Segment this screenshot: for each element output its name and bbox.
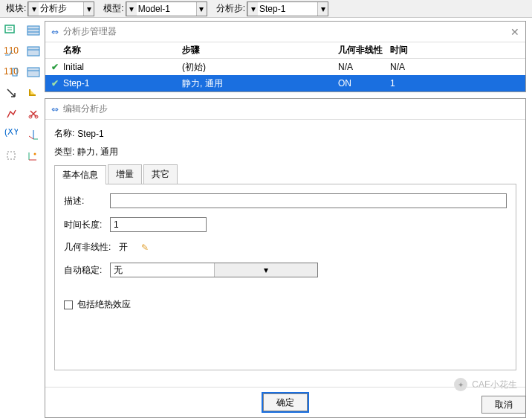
chevron-down-icon: ▾ (196, 2, 207, 16)
table-header: 名称 步骤 几何非线性 时间 (45, 42, 525, 59)
tab-pane-basic: 描述: 时间长度: 几何非线性: 开 ✎ 自动稳定: (54, 184, 516, 370)
col-time: 时间 (390, 44, 435, 57)
top-toolbar: 模块: ▾ ▾ 模型: ▾ ▾ 分析步: ▾ ▾ (0, 0, 532, 18)
adiabatic-checkbox[interactable]: 包括绝热效应 (64, 298, 507, 311)
module-combo[interactable]: ▾ ▾ (27, 1, 94, 16)
checkmark-icon: ✔ (51, 78, 63, 89)
step-manager-dialog: ⇔ 分析步管理器 ✕ 名称 步骤 几何非线性 时间 ✔ Initial (初始)… (45, 21, 526, 92)
tool-wire-icon[interactable] (2, 106, 20, 122)
autostab-value: 无 (111, 263, 214, 277)
tool-field-manager-icon[interactable] (25, 43, 42, 60)
cell-time: 1 (390, 78, 435, 89)
chevron-down-icon: ▾ (214, 263, 318, 277)
svg-rect-0 (5, 25, 14, 33)
tool-datum-axis-icon[interactable] (25, 126, 42, 143)
adiabatic-label: 包括绝热效应 (77, 298, 131, 311)
autostab-label: 自动稳定: (64, 264, 110, 277)
step-dropdown-label: 分析步: (216, 2, 245, 15)
main-area: ⇔ 分析步管理器 ✕ 名称 步骤 几何非线性 时间 ✔ Initial (初始)… (45, 18, 532, 418)
cell-name: Initial (63, 62, 182, 72)
description-input[interactable] (110, 193, 507, 208)
table-row[interactable]: ✔ Initial (初始) N/A N/A (45, 59, 525, 75)
step-dropdown-value[interactable] (258, 2, 317, 16)
col-nonlinear: 几何非线性 (338, 44, 390, 57)
step-manager-titlebar: ⇔ 分析步管理器 ✕ (45, 22, 525, 42)
svg-text:11010: 11010 (4, 46, 19, 56)
tool-column-left: 11010 11010 (XYZ) (0, 18, 22, 418)
chevron-down-icon: ▾ (317, 2, 328, 16)
step-manager-title: 分析步管理器 (63, 25, 117, 38)
step-table: 名称 步骤 几何非线性 时间 ✔ Initial (初始) N/A N/A ✔ … (45, 42, 525, 91)
close-icon[interactable]: ✕ (510, 26, 519, 38)
tool-datum-point-icon[interactable] (25, 147, 42, 164)
type-value: 静力, 通用 (77, 146, 118, 158)
edit-step-dialog: ⇔ 编辑分析步 名称: Step-1 类型: 静力, 通用 基本信息 增量 其它 (45, 98, 526, 418)
edit-step-title: 编辑分析步 (63, 103, 108, 115)
svg-point-22 (34, 153, 36, 155)
svg-rect-13 (27, 68, 39, 77)
cell-nonlinear: N/A (338, 62, 390, 72)
model-combo[interactable]: ▾ ▾ (126, 1, 207, 16)
cell-name: Step-1 (63, 78, 182, 89)
tool-create-step-icon[interactable] (2, 22, 20, 39)
checkmark-icon: ✔ (51, 62, 63, 72)
tool-history-manager-icon[interactable] (25, 64, 42, 80)
module-label: 模块: (6, 2, 26, 15)
tool-crop-icon[interactable] (2, 147, 20, 164)
dialog-icon: ⇔ (51, 104, 59, 115)
dialog-icon: ⇔ (51, 27, 59, 37)
timelength-label: 时间长度: (64, 219, 110, 231)
model-label: 模型: (103, 2, 123, 15)
description-label: 描述: (64, 195, 110, 208)
tool-scissors-icon[interactable] (25, 106, 42, 122)
autostab-dropdown[interactable]: 无 ▾ (110, 263, 318, 277)
chevron-down-icon: ▾ (126, 2, 137, 16)
svg-text:(XYZ): (XYZ) (4, 129, 18, 137)
svg-rect-8 (27, 26, 39, 35)
tool-column-right (22, 18, 45, 418)
tab-other[interactable]: 其它 (143, 164, 178, 184)
svg-rect-11 (27, 47, 39, 56)
dialog-button-row: 确定 (45, 387, 525, 417)
ok-button[interactable]: 确定 (263, 393, 308, 411)
step-combo[interactable]: ▾ ▾ (247, 1, 328, 16)
name-label: 名称: (54, 127, 74, 140)
table-row[interactable]: ✔ Step-1 静力, 通用 ON 1 (45, 75, 525, 91)
chevron-down-icon: ▾ (83, 2, 94, 16)
chevron-down-icon: ▾ (28, 2, 39, 16)
tab-strip: 基本信息 增量 其它 (54, 164, 516, 184)
col-step: 步骤 (182, 44, 338, 57)
cell-step: 静力, 通用 (182, 77, 338, 90)
model-value[interactable] (137, 2, 196, 16)
name-value: Step-1 (77, 129, 103, 139)
pencil-icon[interactable]: ✎ (141, 242, 149, 253)
tab-basic[interactable]: 基本信息 (54, 165, 106, 184)
edit-step-titlebar: ⇔ 编辑分析步 (45, 99, 525, 120)
col-name: 名称 (63, 44, 182, 57)
tool-step-manager-icon[interactable] (25, 22, 42, 39)
tool-arrow-icon[interactable] (2, 85, 20, 101)
tool-xyz-axes-icon[interactable]: (XYZ) (2, 126, 20, 143)
type-label: 类型: (54, 146, 74, 158)
cell-step: (初始) (182, 61, 338, 74)
module-value[interactable] (39, 2, 83, 16)
chevron-down-icon: ▾ (247, 2, 258, 16)
nlgeom-value: 开 (119, 241, 128, 254)
checkbox-icon (64, 300, 73, 309)
tab-increment[interactable]: 增量 (108, 164, 142, 184)
cell-nonlinear: ON (338, 78, 390, 89)
tool-field-output-icon[interactable]: 11010 (2, 43, 20, 60)
tool-lshape-icon[interactable] (25, 85, 42, 101)
svg-rect-7 (7, 152, 15, 159)
timelength-input[interactable] (110, 217, 207, 232)
nlgeom-label: 几何非线性: (64, 241, 119, 254)
tool-history-output-icon[interactable]: 11010 (2, 64, 20, 80)
svg-line-18 (29, 136, 33, 139)
cancel-button[interactable]: 取消 (481, 396, 526, 414)
cell-time: N/A (390, 62, 435, 72)
